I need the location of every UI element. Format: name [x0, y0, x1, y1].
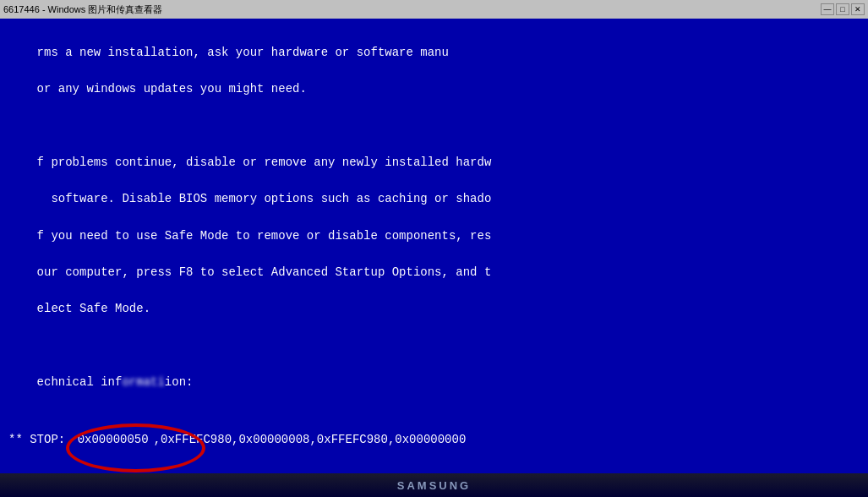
- line10b: ion:: [165, 375, 194, 389]
- minimize-button[interactable]: —: [821, 3, 834, 15]
- stop-code-wrapper: 0x00000050: [73, 432, 154, 447]
- line4: f problems continue, disable or remove a…: [37, 156, 492, 169]
- close-button[interactable]: ✕: [851, 3, 865, 15]
- bsod-screen: rms a new installation, ask your hardwar…: [0, 19, 868, 497]
- line10: echnical inf: [37, 375, 123, 389]
- samsung-bar: SAMSUNG: [0, 473, 868, 497]
- line1: rms a new installation, ask your hardwar…: [37, 46, 449, 59]
- maximize-button[interactable]: □: [836, 3, 849, 15]
- line2: or any windows updates you might need.: [37, 82, 307, 96]
- bsod-content: rms a new installation, ask your hardwar…: [8, 25, 860, 429]
- line10-blur: ormati: [122, 374, 164, 392]
- samsung-logo: SAMSUNG: [397, 479, 471, 492]
- line6: f you need to use Safe Mode to remove or…: [37, 229, 492, 243]
- line7: our computer, press F8 to select Advance…: [37, 265, 492, 279]
- window-title: 6617446 - Windows 图片和传真查看器: [3, 3, 162, 16]
- window-controls[interactable]: — □ ✕: [821, 3, 865, 15]
- stop-prefix: ** STOP:: [8, 433, 73, 446]
- line5: software. Disable BIOS memory options su…: [37, 192, 492, 205]
- stop-code: 0x00000050: [73, 431, 154, 448]
- window-bar: 6617446 - Windows 图片和传真查看器 — □ ✕: [0, 0, 868, 19]
- stop-rest: ,0xFFEFC980,0x00000008,0xFFEFC980,0x0000…: [154, 433, 467, 446]
- line8: elect Safe Mode.: [37, 302, 150, 315]
- stop-line: ** STOP: 0x00000050 ,0xFFEFC980,0x000000…: [8, 432, 860, 447]
